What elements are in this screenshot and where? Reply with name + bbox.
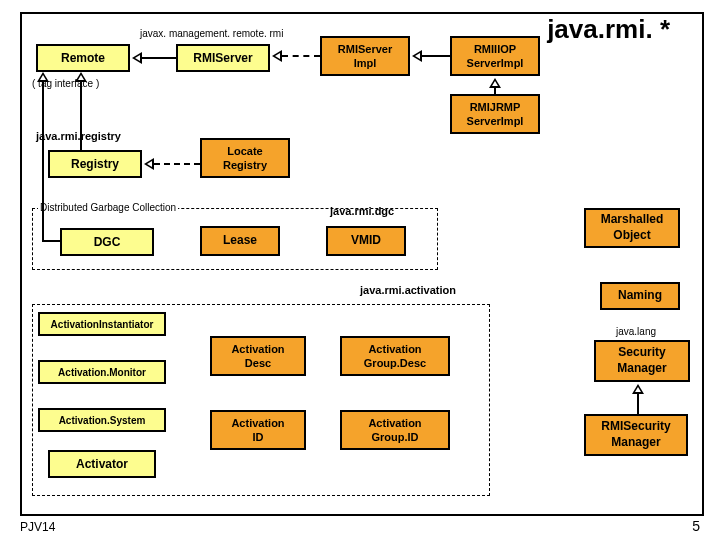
package-dgc: java.rmi.dgc [330, 205, 394, 217]
box-rmiiiop: RMIIIOPServerImpl [450, 36, 540, 76]
box-remote: Remote [36, 44, 130, 72]
arrow-icon [75, 72, 87, 82]
box-rmiserverimpl: RMIServerImpl [320, 36, 410, 76]
connector [42, 74, 44, 240]
box-naming: Naming [600, 282, 680, 310]
connector [80, 74, 82, 150]
arrow-icon [412, 50, 422, 62]
connector-dashed [282, 55, 320, 57]
connector [494, 86, 496, 94]
box-vmid: VMID [326, 226, 406, 256]
box-rmiserver: RMIServer [176, 44, 270, 72]
arrow-icon [272, 50, 282, 62]
footer-left: PJV14 [20, 520, 55, 534]
box-activationmonitor: Activation.Monitor [38, 360, 166, 384]
connector [422, 55, 450, 57]
arrow-icon [132, 52, 142, 64]
box-securitymgr: SecurityManager [594, 340, 690, 382]
box-activationinstantiator: ActivationInstantiator [38, 312, 166, 336]
connector [142, 57, 176, 59]
box-dgc: DGC [60, 228, 154, 256]
connector-dashed [154, 163, 200, 165]
page-title: java.rmi. * [547, 14, 670, 45]
box-locateregistry: LocateRegistry [200, 138, 290, 178]
package-javalang: java.lang [616, 326, 656, 337]
region-dgc-title: Distributed Garbage Collection [38, 202, 178, 213]
box-rmijrmp: RMIJRMPServerImpl [450, 94, 540, 134]
box-activationid: ActivationID [210, 410, 306, 450]
connector [42, 240, 60, 242]
box-activationdesc: ActivationDesc [210, 336, 306, 376]
arrow-icon [37, 72, 49, 82]
package-label-jmx: javax. management. remote. rmi [140, 28, 283, 39]
box-activationsystem: Activation.System [38, 408, 166, 432]
footer-right: 5 [692, 518, 700, 534]
box-activationgroupdesc: ActivationGroup.Desc [340, 336, 450, 376]
arrow-icon [144, 158, 154, 170]
box-marshalled: MarshalledObject [584, 208, 680, 248]
box-rmisecuritymgr: RMISecurityManager [584, 414, 688, 456]
box-lease: Lease [200, 226, 280, 256]
package-registry: java.rmi.registry [36, 130, 121, 142]
box-activator: Activator [48, 450, 156, 478]
package-activation: java.rmi.activation [360, 284, 456, 296]
box-registry: Registry [48, 150, 142, 178]
box-activationgroupid: ActivationGroup.ID [340, 410, 450, 450]
connector [637, 392, 639, 414]
